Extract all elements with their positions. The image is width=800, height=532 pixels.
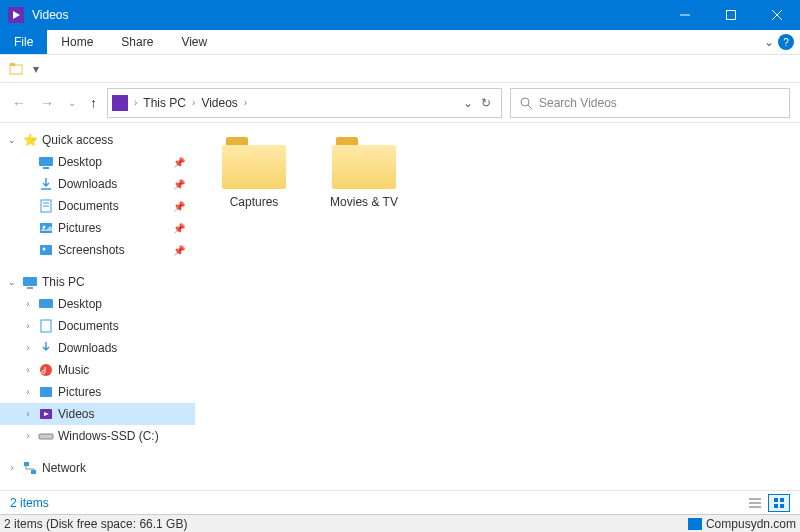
pc-icon <box>22 274 38 290</box>
svg-rect-30 <box>31 470 36 474</box>
pin-icon: 📌 <box>173 179 195 190</box>
refresh-button[interactable]: ↻ <box>481 96 491 110</box>
menu-share[interactable]: Share <box>107 30 167 54</box>
help-icon[interactable]: ? <box>778 34 794 50</box>
sidebar-network[interactable]: › Network <box>0 457 195 479</box>
statusbar: 2 items <box>0 490 800 514</box>
chevron-right-icon[interactable]: › <box>6 463 18 473</box>
music-icon <box>38 362 54 378</box>
svg-rect-29 <box>24 462 29 466</box>
sidebar-item-pc-music[interactable]: ›Music <box>0 359 195 381</box>
downloads-icon <box>38 176 54 192</box>
sidebar-item-pc-documents[interactable]: ›Documents <box>0 315 195 337</box>
videos-icon <box>38 406 54 422</box>
videos-location-icon <box>112 95 128 111</box>
sidebar-item-pictures[interactable]: Pictures📌 <box>0 217 195 239</box>
sidebar-item-pc-desktop[interactable]: ›Desktop <box>0 293 195 315</box>
chevron-right-icon[interactable]: › <box>22 431 34 441</box>
pin-icon: 📌 <box>173 245 195 256</box>
svg-rect-6 <box>10 63 15 66</box>
sidebar-item-documents[interactable]: Documents📌 <box>0 195 195 217</box>
recent-dropdown-icon[interactable]: ⌄ <box>66 95 78 110</box>
maximize-button[interactable] <box>708 0 754 30</box>
chevron-right-icon[interactable]: › <box>22 321 34 331</box>
chevron-right-icon: › <box>244 97 247 108</box>
svg-rect-19 <box>23 277 37 286</box>
address-bar[interactable]: › This PC › Videos › ⌄ ↻ <box>107 88 502 118</box>
view-details-button[interactable] <box>744 494 766 512</box>
quick-access-toolbar: ▾ <box>0 55 800 83</box>
svg-rect-24 <box>40 387 52 397</box>
sidebar-quick-access[interactable]: ⌄ ⭐ Quick access <box>0 129 195 151</box>
qat-dropdown-icon[interactable]: ▾ <box>26 59 46 79</box>
documents-icon <box>38 318 54 334</box>
chevron-right-icon[interactable]: › <box>22 409 34 419</box>
menu-home[interactable]: Home <box>47 30 107 54</box>
desktop-icon <box>38 154 54 170</box>
menu-view[interactable]: View <box>167 30 221 54</box>
svg-point-23 <box>40 364 52 376</box>
svg-rect-10 <box>43 167 49 169</box>
pin-icon: 📌 <box>173 201 195 212</box>
chevron-right-icon[interactable]: › <box>22 343 34 353</box>
pin-icon: 📌 <box>173 157 195 168</box>
search-input[interactable]: Search Videos <box>510 88 790 118</box>
status-text: 2 items <box>10 496 49 510</box>
breadcrumb-current[interactable]: Videos <box>201 96 237 110</box>
svg-rect-34 <box>774 498 778 502</box>
back-button[interactable]: ← <box>10 93 28 113</box>
view-icons-button[interactable] <box>768 494 790 512</box>
up-button[interactable]: ↑ <box>88 93 99 113</box>
forward-button[interactable]: → <box>38 93 56 113</box>
minimize-button[interactable] <box>662 0 708 30</box>
menubar: File Home Share View ⌄ ? <box>0 30 800 55</box>
svg-marker-0 <box>13 11 20 19</box>
chevron-right-icon[interactable]: › <box>22 387 34 397</box>
chevron-down-icon[interactable]: ⌄ <box>6 277 18 287</box>
window-title: Videos <box>32 8 68 22</box>
navigation-bar: ← → ⌄ ↑ › This PC › Videos › ⌄ ↻ Search … <box>0 83 800 123</box>
svg-point-18 <box>43 248 46 251</box>
svg-rect-36 <box>774 504 778 508</box>
svg-rect-35 <box>780 498 784 502</box>
navigation-pane: ⌄ ⭐ Quick access Desktop📌 Downloads📌 Doc… <box>0 123 195 490</box>
chevron-down-icon[interactable]: ⌄ <box>6 135 18 145</box>
footer-site: Compusydn.com <box>706 517 796 531</box>
search-icon <box>519 96 533 110</box>
folder-movies-tv[interactable]: Movies & TV <box>319 137 409 209</box>
folder-captures[interactable]: Captures <box>209 137 299 209</box>
address-dropdown-icon[interactable]: ⌄ <box>463 96 473 110</box>
pictures-icon <box>38 384 54 400</box>
menu-file[interactable]: File <box>0 30 47 54</box>
pictures-icon <box>38 220 54 236</box>
close-button[interactable] <box>754 0 800 30</box>
chevron-right-icon: › <box>192 97 195 108</box>
sidebar-item-downloads[interactable]: Downloads📌 <box>0 173 195 195</box>
sidebar-item-desktop[interactable]: Desktop📌 <box>0 151 195 173</box>
footer-bar: 2 items (Disk free space: 66.1 GB) Compu… <box>0 514 800 532</box>
search-placeholder: Search Videos <box>539 96 617 110</box>
properties-icon[interactable] <box>6 59 26 79</box>
svg-rect-9 <box>39 157 53 166</box>
sidebar-item-pc-pictures[interactable]: ›Pictures <box>0 381 195 403</box>
sidebar-this-pc[interactable]: ⌄ This PC <box>0 271 195 293</box>
svg-rect-5 <box>10 65 22 74</box>
sidebar-item-screenshots[interactable]: Screenshots📌 <box>0 239 195 261</box>
breadcrumb-root[interactable]: This PC <box>143 96 186 110</box>
sidebar-item-pc-downloads[interactable]: ›Downloads <box>0 337 195 359</box>
sidebar-item-pc-drive-c[interactable]: ›Windows-SSD (C:) <box>0 425 195 447</box>
svg-rect-2 <box>727 11 736 20</box>
drive-icon <box>38 428 54 444</box>
pc-icon <box>688 518 702 530</box>
titlebar: Videos <box>0 0 800 30</box>
chevron-right-icon[interactable]: › <box>22 299 34 309</box>
chevron-right-icon[interactable]: › <box>22 365 34 375</box>
sidebar-item-pc-videos[interactable]: ›Videos <box>0 403 195 425</box>
svg-rect-37 <box>780 504 784 508</box>
svg-line-8 <box>528 105 532 109</box>
network-icon <box>22 460 38 476</box>
svg-rect-27 <box>39 434 53 439</box>
ribbon-expand-icon[interactable]: ⌄ <box>764 35 774 49</box>
documents-icon <box>38 198 54 214</box>
content-pane[interactable]: Captures Movies & TV <box>195 123 800 490</box>
